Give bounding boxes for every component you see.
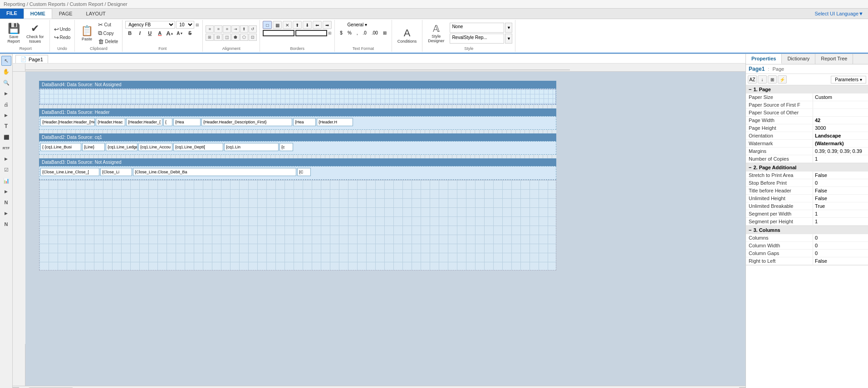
italic-button[interactable]: I xyxy=(135,29,144,37)
scrollbar-horizontal[interactable]: ◀ ▶ xyxy=(13,386,745,388)
field-cq6[interactable]: {cq1.Lin xyxy=(224,143,279,151)
cut-button[interactable]: ✂ Cut xyxy=(97,21,119,29)
style-dropdown-2[interactable]: ▼ xyxy=(505,34,512,44)
align-justify-button[interactable]: ⇥ xyxy=(231,25,240,33)
field-cq1[interactable]: { {cq1.Line_Busi xyxy=(40,143,81,151)
field-cq7[interactable]: {c xyxy=(280,143,293,151)
expand-tool4[interactable]: ▶ xyxy=(1,187,11,196)
align-bottom-button[interactable]: ◫ xyxy=(223,34,231,41)
field-h2[interactable]: {Header.Heac xyxy=(96,118,125,126)
style-dropdown-1[interactable]: ▼ xyxy=(505,23,512,33)
check-issues-button[interactable]: ✔ Check forIssues xyxy=(24,21,47,45)
field-h7[interactable]: {Hea xyxy=(293,118,316,126)
paste-button[interactable]: 📋 Paste xyxy=(78,24,96,43)
border-bottom-button[interactable]: ⬇ xyxy=(303,21,312,29)
tab-dictionary[interactable]: Dictionary xyxy=(782,54,815,64)
dist-h-button[interactable]: ⬟ xyxy=(231,34,240,41)
shrink-font-button[interactable]: A▼ xyxy=(175,29,184,37)
outdent-button[interactable]: ⊟ xyxy=(214,34,222,41)
n-tool2[interactable]: N xyxy=(1,219,11,229)
font-name-select[interactable]: Agency FB xyxy=(125,21,175,29)
underline-button[interactable]: U xyxy=(145,29,154,37)
field-h1[interactable]: {Header.{Header.Header_{Header.Head xyxy=(40,118,95,126)
databand2-header[interactable]: DataBand2: Data Source: cq1 xyxy=(39,133,556,141)
delete-button[interactable]: 🗑 Delete xyxy=(97,38,119,45)
text-tool[interactable]: T xyxy=(1,121,11,131)
style-designer-button[interactable]: 𝔸 StyleDesigner xyxy=(425,22,447,44)
select-language[interactable]: Select UI Language ▼ xyxy=(810,9,868,19)
databand1-header[interactable]: DataBand1: Data Source: Header xyxy=(39,108,556,116)
pointer-tool[interactable]: ↖ xyxy=(1,56,11,66)
align-right-button[interactable]: ≡ xyxy=(223,25,231,33)
dist-v-button[interactable]: ⬠ xyxy=(240,34,248,41)
props-lightning-button[interactable]: ⚡ xyxy=(778,75,787,83)
font-color-button[interactable]: A xyxy=(155,29,164,37)
field-h3[interactable]: {Header.Header_{ xyxy=(126,118,162,126)
field-h5[interactable]: {Hea xyxy=(173,118,201,126)
tab-properties[interactable]: Properties xyxy=(746,54,782,64)
tab-page[interactable]: PAGE xyxy=(52,9,79,19)
checkbox-tool[interactable]: ☑ xyxy=(1,165,11,175)
border-outer-button[interactable]: □ xyxy=(263,21,272,29)
tf-btn3[interactable]: , xyxy=(354,29,360,37)
page-tab-page1[interactable]: 📄 Page1 xyxy=(15,55,48,63)
conditions-button[interactable]: A Conditions xyxy=(395,26,420,45)
borders-expand-icon[interactable]: ⊞ xyxy=(328,31,332,35)
align-center-button[interactable]: ≡ xyxy=(214,25,222,33)
field-cq4[interactable]: {cq1.Line_Accou xyxy=(138,143,172,151)
bold-button[interactable]: B xyxy=(125,29,134,37)
designer-canvas[interactable]: DataBand4: Data Source: Not Assigned Dat… xyxy=(25,72,745,386)
border-style-selector[interactable] xyxy=(295,30,327,36)
field-h8[interactable]: {Header.H xyxy=(317,118,353,126)
tab-file[interactable]: FILE xyxy=(0,9,24,19)
tf-expand[interactable]: ⊞ xyxy=(381,29,389,37)
tf-btn2[interactable]: % xyxy=(345,29,354,37)
expand-tool1[interactable]: ▶ xyxy=(1,88,11,98)
align-left-button[interactable]: ≡ xyxy=(206,25,214,33)
expand-tool3[interactable]: ▶ xyxy=(1,154,11,164)
props-grid-button[interactable]: ⊞ xyxy=(768,75,777,83)
tab-home[interactable]: HOME xyxy=(24,9,52,19)
expand-tool2[interactable]: ▶ xyxy=(1,110,11,120)
params-dropdown[interactable]: Parameters ▾ xyxy=(831,76,866,83)
empty-design-area[interactable] xyxy=(39,180,556,270)
databand3-header[interactable]: DataBand3: Data Source: Not Assigned xyxy=(39,158,556,166)
undo-button[interactable]: ↩ Undo xyxy=(53,25,72,33)
chart-tool[interactable]: 📊 xyxy=(1,176,11,186)
copy-button[interactable]: ⧉ Copy xyxy=(97,29,119,37)
font-size-select[interactable]: 10 xyxy=(176,21,194,29)
tf-btn1[interactable]: $ xyxy=(338,29,345,37)
field-h4[interactable]: { xyxy=(163,118,172,126)
field-cq3[interactable]: {cq1.Line_Ledge xyxy=(106,143,137,151)
print-tool[interactable]: 🖨 xyxy=(1,99,11,109)
section-page-header[interactable]: − 1. Page xyxy=(746,85,868,93)
font-expand-icon[interactable]: ⊞ xyxy=(195,22,200,28)
props-sort-button[interactable]: AZ xyxy=(748,75,757,83)
tf-btn4[interactable]: .0 xyxy=(361,29,369,37)
field-cq2[interactable]: {Line} xyxy=(82,143,105,151)
border-color-selector[interactable] xyxy=(263,30,294,36)
field-cl1[interactable]: {Close_Line.Line_Close_[ xyxy=(40,168,99,176)
field-cl2[interactable]: {Close_Li xyxy=(100,168,132,176)
tf-general-button[interactable]: General ▾ xyxy=(345,21,369,29)
style-select-2[interactable]: RevalStyle Rep... xyxy=(450,34,504,44)
indent-button[interactable]: ⊞ xyxy=(206,34,214,41)
hand-tool[interactable]: ✋ xyxy=(1,67,11,77)
rotate-button[interactable]: ↺ xyxy=(249,25,257,33)
border-none-button[interactable]: ✕ xyxy=(283,21,292,29)
border-right-button[interactable]: ➡ xyxy=(323,21,332,29)
style-select-1[interactable]: None xyxy=(450,23,504,33)
field-cl3[interactable]: {Close_Line.Close_Debit_Ba xyxy=(133,168,296,176)
border-top-button[interactable]: ⬆ xyxy=(293,21,302,29)
field-h6[interactable]: {Header.Header_Description_First} xyxy=(201,118,292,126)
expand-tool5[interactable]: ▶ xyxy=(1,208,11,218)
expand-align-button[interactable]: ⊡ xyxy=(249,34,257,41)
redo-button[interactable]: ↪ Redo xyxy=(53,34,72,41)
tab-layout[interactable]: LAYOUT xyxy=(79,9,113,19)
tab-report-tree[interactable]: Report Tree xyxy=(815,54,853,64)
section-columns-header[interactable]: − 3. Columns xyxy=(746,226,868,234)
border-left-button[interactable]: ⬅ xyxy=(313,21,322,29)
n-tool1[interactable]: N xyxy=(1,197,11,207)
field-cq5[interactable]: {cq1.Line_DeptI[ xyxy=(173,143,223,151)
section-additional-header[interactable]: − 2. Page Additional xyxy=(746,163,868,172)
